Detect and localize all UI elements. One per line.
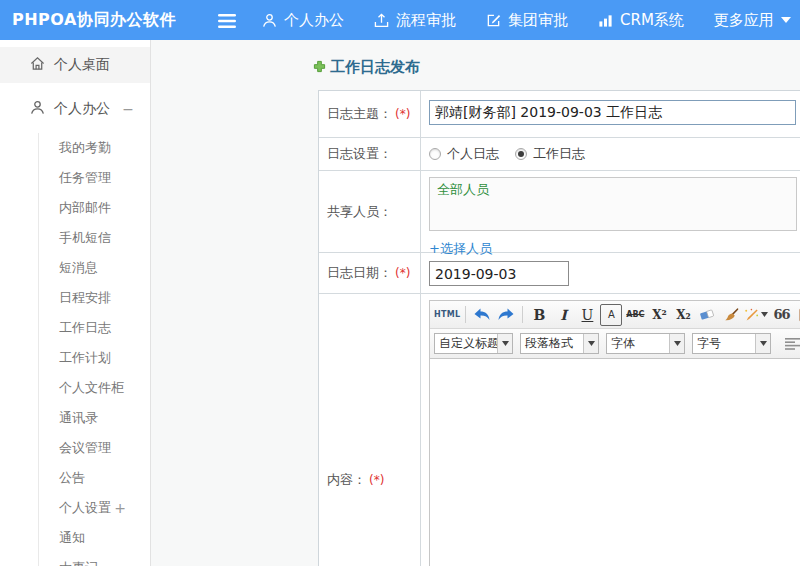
redo-icon[interactable] [495, 304, 517, 326]
custom-title-select-label: 自定义标题 [435, 334, 497, 353]
topbar-nav: 个人办公流程审批集团审批CRM系统更多应用 [262, 0, 800, 40]
sidebar-item-label: 个人文件柜 [59, 380, 124, 395]
dropdown-caret-icon[interactable] [669, 334, 684, 353]
topbar-nav-more-apps[interactable]: 更多应用 [714, 11, 791, 30]
eraser-icon[interactable] [696, 304, 718, 326]
edit-square-icon [486, 13, 501, 28]
sidebar-item-schedule[interactable]: 日程安排 [39, 283, 150, 313]
date-label: 日志日期： (*) [319, 253, 421, 293]
main-content: 工作日志发布 日志主题： (*) 日志设置： 个人日志工作日志 共享人员： [151, 40, 800, 566]
undo-icon[interactable] [471, 304, 493, 326]
underline-icon[interactable]: U [576, 304, 598, 326]
font-family-select[interactable]: 字体 [606, 333, 685, 354]
sidebar-item-label: 日程安排 [59, 290, 111, 305]
collapse-minus-icon[interactable]: − [122, 101, 134, 117]
align-left-icon[interactable] [780, 333, 800, 355]
topbar-nav-label: 个人办公 [284, 11, 344, 30]
sidebar-desktop-label: 个人桌面 [54, 56, 110, 74]
sidebar-group-label: 个人办公 [54, 100, 110, 118]
custom-title-select[interactable]: 自定义标题 [434, 333, 513, 354]
page-title-text: 工作日志发布 [330, 58, 420, 77]
process-icon [374, 13, 389, 28]
radio-option-label: 个人日志 [447, 145, 499, 163]
sidebar-item-mobile-sms[interactable]: 手机短信 [39, 223, 150, 253]
required-marker: (*) [395, 266, 410, 280]
sidebar-item-label: 通知 [59, 530, 85, 545]
sidebar-item-internal-mail[interactable]: 内部邮件 [39, 193, 150, 223]
sidebar-item-personal-file-cabinet[interactable]: 个人文件柜 [39, 373, 150, 403]
superscript-icon[interactable]: X² [648, 304, 670, 326]
page-title: 工作日志发布 [313, 58, 420, 77]
sidebar-item-label: 公告 [59, 470, 85, 485]
radio-checked-icon[interactable] [515, 148, 527, 160]
sidebar-item-notification[interactable]: 通知 [39, 523, 150, 553]
sidebar-item-contacts[interactable]: 通讯录 [39, 403, 150, 433]
font-size-select[interactable]: 字号 [692, 333, 771, 354]
editor-toolbar-row2: 自定义标题段落格式字体字号 [430, 329, 800, 359]
form-row-subject: 日志主题： (*) [319, 91, 800, 137]
dropdown-caret-icon[interactable] [755, 334, 770, 353]
required-marker: (*) [369, 473, 384, 487]
sidebar-item-short-message[interactable]: 短消息 [39, 253, 150, 283]
form-row-content: 内容： (*) HTMLBIUAABCX²X₂66A 自定义标题段落格式字体字号 [319, 293, 800, 566]
editor-content-area[interactable] [430, 359, 800, 566]
autotypeset-icon[interactable] [744, 304, 768, 326]
sidebar-item-label: 通讯录 [59, 410, 98, 425]
sidebar-item-my-attendance[interactable]: 我的考勤 [39, 133, 150, 163]
hamburger-menu-icon[interactable] [218, 13, 236, 32]
sidebar-item-label: 短消息 [59, 260, 98, 275]
italic-icon[interactable]: I [552, 304, 574, 326]
radio-unchecked-icon[interactable] [429, 148, 441, 160]
sidebar-item-label: 我的考勤 [59, 140, 111, 155]
sidebar-item-work-log[interactable]: 工作日志 [39, 313, 150, 343]
topbar: PHPOA协同办公软件 个人办公流程审批集团审批CRM系统更多应用 [0, 0, 800, 40]
topbar-nav-label: 流程审批 [396, 11, 456, 30]
share-label: 共享人员： [319, 171, 421, 252]
bar-chart-icon [598, 13, 613, 28]
dropdown-caret-icon[interactable] [583, 334, 598, 353]
log-type-radio-group: 个人日志工作日志 [429, 144, 800, 164]
content-label: 内容： (*) [319, 294, 421, 566]
sidebar-item-major-events[interactable]: 大事记 [39, 553, 150, 566]
radio-option-work-log[interactable]: 工作日志 [515, 145, 585, 163]
share-people-box[interactable]: 全部人员 [429, 177, 797, 231]
sidebar-item-label: 大事记 [59, 560, 98, 566]
sidebar-item-label: 工作日志 [59, 320, 111, 335]
topbar-nav-personal-office[interactable]: 个人办公 [262, 11, 344, 30]
subject-input[interactable] [429, 100, 796, 125]
form-row-date: 日志日期： (*) [319, 252, 800, 293]
required-marker: (*) [395, 107, 410, 121]
bold-icon[interactable]: B [528, 304, 550, 326]
toolbar-separator [465, 306, 466, 323]
topbar-nav-group-approval[interactable]: 集团审批 [486, 11, 568, 30]
paragraph-select[interactable]: 段落格式 [520, 333, 599, 354]
sidebar-item-task-management[interactable]: 任务管理 [39, 163, 150, 193]
expand-plus-icon[interactable]: + [114, 493, 126, 523]
format-brush-icon[interactable] [720, 304, 742, 326]
sidebar-group-personal-office[interactable]: 个人办公 − [0, 91, 150, 127]
sidebar-item-label: 内部邮件 [59, 200, 111, 215]
work-log-form: 日志主题： (*) 日志设置： 个人日志工作日志 共享人员： 全部人员 +选择人… [318, 90, 800, 566]
dropdown-caret-icon[interactable] [497, 334, 512, 353]
radio-option-personal-log[interactable]: 个人日志 [429, 145, 499, 163]
dropdown-caret-icon [761, 312, 768, 317]
topbar-nav-crm-system[interactable]: CRM系统 [598, 11, 684, 30]
sidebar-item-personal-desktop[interactable]: 个人桌面 [0, 47, 150, 83]
sidebar-item-personal-settings[interactable]: 个人设置+ [39, 493, 150, 523]
subscript-icon[interactable]: X₂ [672, 304, 694, 326]
source-icon[interactable]: HTML [434, 304, 460, 326]
strikethrough-icon[interactable]: ABC [624, 304, 646, 326]
date-input[interactable] [429, 261, 569, 286]
paste-icon[interactable] [794, 304, 800, 326]
sidebar-menu: 我的考勤任务管理内部邮件手机短信短消息日程安排工作日志工作计划个人文件柜通讯录会… [38, 133, 150, 566]
sidebar: 个人桌面 个人办公 − 我的考勤任务管理内部邮件手机短信短消息日程安排工作日志工… [0, 40, 151, 566]
sidebar-item-announcement[interactable]: 公告 [39, 463, 150, 493]
sidebar-item-label: 会议管理 [59, 440, 111, 455]
font-family-select-label: 字体 [607, 334, 669, 353]
person-icon [30, 100, 45, 118]
blockquote-icon[interactable]: 66 [770, 304, 792, 326]
font-border-icon[interactable]: A [600, 304, 622, 326]
sidebar-item-work-plan[interactable]: 工作计划 [39, 343, 150, 373]
sidebar-item-meeting-management[interactable]: 会议管理 [39, 433, 150, 463]
topbar-nav-workflow-approval[interactable]: 流程审批 [374, 11, 456, 30]
